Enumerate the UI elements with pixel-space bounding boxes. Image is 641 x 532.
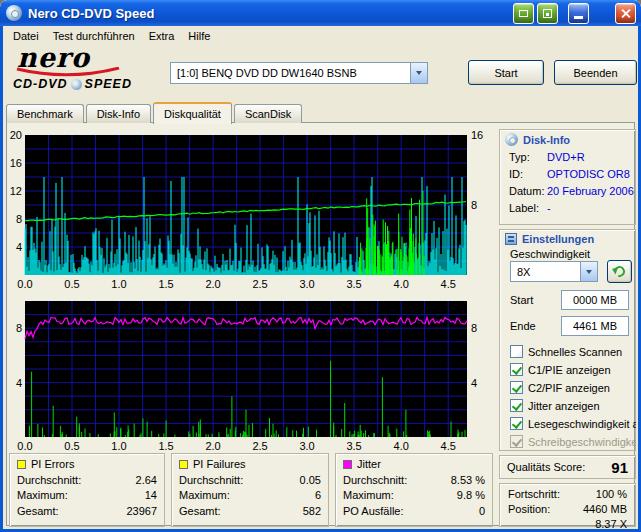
stat-value: 582 xyxy=(303,505,321,517)
drive-select-value: [1:0] BENQ DVD DD DW1640 BSNB xyxy=(171,63,410,83)
svg-text:4.5: 4.5 xyxy=(441,278,456,289)
progress-row: Fortschritt:100 % xyxy=(500,486,635,501)
disk-info-value: DVD+R xyxy=(547,150,585,165)
app-disc-icon xyxy=(6,5,22,21)
svg-text:8: 8 xyxy=(16,213,22,225)
stat-label: Gesamt: xyxy=(179,505,221,517)
quality-score-value: 91 xyxy=(611,459,628,476)
svg-text:2.5: 2.5 xyxy=(252,440,267,451)
jitter-legend-swatch xyxy=(343,460,352,469)
logo-subtitle: CD-DVD SPEED xyxy=(13,77,178,91)
svg-text:0.0: 0.0 xyxy=(17,440,32,451)
jitter-pif-chart: 84840.00.51.01.52.02.53.03.54.04.5 xyxy=(7,295,499,451)
checkbox-box xyxy=(510,399,523,412)
logo-speed: SPEED xyxy=(85,77,132,91)
checkbox-schreibgeschwindigkeit: Schreibgeschwindigkei xyxy=(510,434,636,449)
svg-text:2.0: 2.0 xyxy=(205,278,220,289)
chevron-down-icon xyxy=(586,270,592,274)
svg-text:0.5: 0.5 xyxy=(64,278,79,289)
tab-disk-info[interactable]: Disk-Info xyxy=(86,104,151,123)
stat-value: 0 xyxy=(479,505,485,517)
drive-select[interactable]: [1:0] BENQ DVD DD DW1640 BSNB xyxy=(170,62,428,84)
checkbox-jitter-anzeigen[interactable]: Jitter anzeigen xyxy=(510,398,600,413)
pi-failures-legend-swatch xyxy=(179,460,188,469)
minimize-button[interactable] xyxy=(568,3,589,24)
pi-failures-panel: PI Failures Durchschnitt:0.05 Maximum:6 … xyxy=(171,453,329,527)
nero-logo: nero CD-DVD SPEED xyxy=(13,45,178,99)
end-mb-field[interactable]: 4461 MB xyxy=(561,316,629,336)
settings-header: Einstellungen xyxy=(500,230,635,248)
svg-text:3.0: 3.0 xyxy=(299,278,314,289)
minimize-icon xyxy=(574,16,583,19)
save-capture-button[interactable] xyxy=(537,3,558,24)
svg-text:3.5: 3.5 xyxy=(346,278,361,289)
disk-info-header: Disk-Info xyxy=(500,130,635,149)
close-button[interactable] xyxy=(615,3,636,24)
drive-select-dropdown-button[interactable] xyxy=(410,63,427,83)
panel-title: PI Errors xyxy=(31,458,74,470)
tab-benchmark[interactable]: Benchmark xyxy=(6,104,84,123)
checkbox-box xyxy=(510,435,523,448)
svg-text:4.0: 4.0 xyxy=(394,278,409,289)
disk-info-value: OPTODISC OR8 xyxy=(547,167,630,182)
panel-title: PI Failures xyxy=(193,458,246,470)
quit-button[interactable]: Beenden xyxy=(554,60,637,85)
checkbox-lesegeschwindigkeit[interactable]: Lesegeschwindigkeit a xyxy=(510,416,636,431)
nero-cd-dvd-speed-window: Nero CD-DVD Speed Datei Test durchführen… xyxy=(0,0,641,532)
settings-title: Einstellungen xyxy=(522,233,594,245)
stat-row: Maximum:14 xyxy=(17,489,157,501)
disk-info-value: 20 February 2006 xyxy=(547,184,634,199)
tab-scandisk[interactable]: ScanDisk xyxy=(234,104,302,123)
tab-diskqualitaet[interactable]: Diskqualität xyxy=(153,102,232,124)
disk-info-row: ID:OPTODISC OR8 xyxy=(500,166,635,183)
checkbox-label: Lesegeschwindigkeit a xyxy=(528,418,636,430)
checkbox-schnelles-scannen[interactable]: Schnelles Scannen xyxy=(510,344,622,359)
checkbox-box xyxy=(510,417,523,430)
menu-extra[interactable]: Extra xyxy=(142,27,182,45)
refresh-icon xyxy=(612,264,627,279)
stat-label: Maximum: xyxy=(343,489,394,501)
svg-text:2.0: 2.0 xyxy=(205,440,220,451)
stat-label: Gesamt: xyxy=(17,505,59,517)
checkbox-c1-pie-anzeigen[interactable]: C1/PIE anzeigen xyxy=(510,362,611,377)
stat-label: PO Ausfälle: xyxy=(343,505,404,517)
logo-cd-dvd: CD-DVD xyxy=(13,77,68,91)
capture-button[interactable] xyxy=(513,3,534,24)
pi-errors-chart: 201612841680.00.51.01.52.02.53.03.54.04.… xyxy=(7,129,499,289)
start-mb-field[interactable]: 0000 MB xyxy=(561,290,629,310)
svg-text:8: 8 xyxy=(471,322,477,334)
disk-info-panel: Disk-Info Typ:DVD+R ID:OPTODISC OR8 Datu… xyxy=(499,129,636,225)
menu-hilfe[interactable]: Hilfe xyxy=(181,27,217,45)
progress-row: Position:4460 MB xyxy=(500,501,635,516)
stat-row: Gesamt:23967 xyxy=(17,505,157,517)
window-frame-left xyxy=(0,26,3,532)
mini-disc-icon xyxy=(71,79,82,90)
svg-text:16: 16 xyxy=(471,129,483,141)
settings-panel: Einstellungen Geschwindigkeit 8X Start 0… xyxy=(499,229,636,451)
stat-row: Maximum:6 xyxy=(179,489,321,501)
checkbox-box xyxy=(510,345,523,358)
stat-value: 9.8 % xyxy=(457,489,485,501)
refresh-speed-button[interactable] xyxy=(607,260,632,283)
titlebar[interactable]: Nero CD-DVD Speed xyxy=(0,0,641,26)
checkbox-label: Jitter anzeigen xyxy=(528,400,600,412)
svg-text:4: 4 xyxy=(16,377,22,389)
speed-select-dropdown-button[interactable] xyxy=(580,262,597,281)
stat-value: 14 xyxy=(145,489,157,501)
diskqualitaet-tab-page: 201612841680.00.51.01.52.02.53.03.54.04.… xyxy=(6,122,635,526)
speed-select[interactable]: 8X xyxy=(510,261,598,282)
progress-label: Fortschritt: xyxy=(508,488,560,500)
svg-text:8: 8 xyxy=(16,322,22,334)
disk-info-label: Label: xyxy=(509,201,547,216)
svg-text:1.0: 1.0 xyxy=(111,440,126,451)
stat-value: 6 xyxy=(315,489,321,501)
chevron-down-icon xyxy=(416,71,422,75)
checkbox-c2-pif-anzeigen[interactable]: C2/PIF anzeigen xyxy=(510,380,610,395)
speed-label: Geschwindigkeit xyxy=(510,248,590,260)
sliders-icon xyxy=(505,233,517,245)
start-button[interactable]: Start xyxy=(468,60,544,85)
panel-header: Jitter xyxy=(343,458,485,470)
progress-value: 4460 MB xyxy=(583,503,627,515)
jitter-panel: Jitter Durchschnitt:8.53 % Maximum:9.8 %… xyxy=(335,453,493,527)
stat-label: Durchschnitt: xyxy=(17,474,81,486)
